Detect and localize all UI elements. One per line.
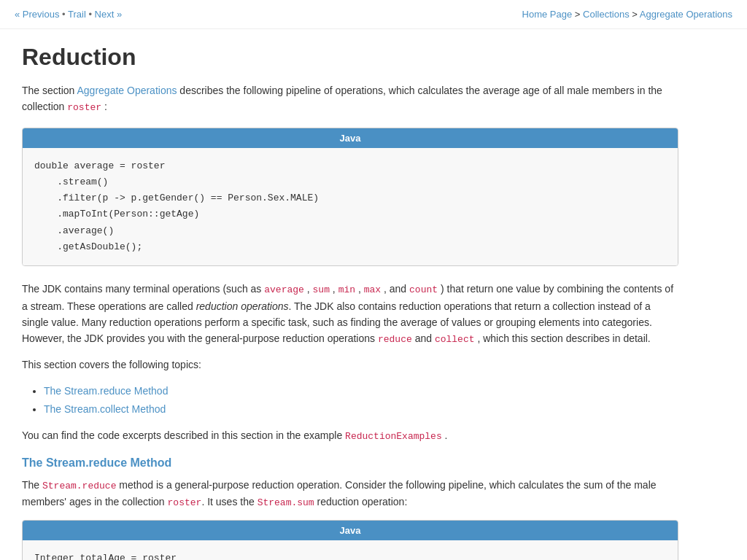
code-line-2: .stream() — [34, 174, 666, 190]
intro-text-before: The section — [22, 85, 77, 96]
paragraph-topics: This section covers the following topics… — [22, 357, 678, 373]
page-title: Reduction — [22, 44, 678, 71]
nav-separator-dot2: • — [88, 9, 92, 20]
code-block-2-body: Integer totalAge = roster .stream() .map… — [23, 540, 678, 560]
paragraph-jdk: The JDK contains many terminal operation… — [22, 281, 678, 348]
intro-colon: : — [101, 101, 107, 112]
aggregate-ops-inline-link[interactable]: Aggregate Operations — [77, 85, 177, 96]
excerpts-text-before: You can find the code excerpts described… — [22, 429, 345, 441]
roster-code-inline: roster — [67, 102, 101, 113]
section-intro-end-after: reduction operation: — [314, 496, 408, 508]
list-item-reduce: The Stream.reduce Method — [44, 382, 678, 400]
reduction-ops-em: reduction operations — [196, 300, 289, 312]
roster-code-2: roster — [168, 497, 202, 508]
list-item-collect: The Stream.collect Method — [44, 400, 678, 419]
navigation-bar: « Previous • Trail • Next » Home Page > … — [0, 0, 747, 29]
topics-list: The Stream.reduce Method The Stream.coll… — [44, 382, 678, 419]
section-intro-before: The — [22, 479, 42, 491]
stream-reduce-code-inline: Stream.reduce — [42, 481, 116, 491]
stream-reduce-heading: The Stream.reduce Method — [22, 456, 678, 470]
paragraph-code-excerpts: You can find the code excerpts described… — [22, 427, 678, 445]
code-line-6: .getAsDouble(); — [34, 239, 666, 255]
code-block-2: Java Integer totalAge = roster .stream()… — [22, 520, 678, 560]
code-reduce-inline: reduce — [378, 334, 412, 345]
nav-arrow-2: > — [632, 9, 640, 20]
code-block-1: Java double average = roster .stream() .… — [22, 128, 678, 266]
nav-right: Home Page > Collections > Aggregate Oper… — [522, 9, 732, 20]
trail-link[interactable]: Trail — [68, 9, 86, 20]
code-block-2-header: Java — [23, 521, 678, 540]
intro-paragraph: The section Aggregate Operations describ… — [22, 82, 678, 116]
code-line-3: .filter(p -> p.getGender() == Person.Sex… — [34, 190, 666, 206]
code-line-1: double average = roster — [34, 158, 666, 174]
section-intro-end-before: . It uses the — [201, 496, 257, 508]
code-line-5: .average() — [34, 223, 666, 239]
previous-link[interactable]: « Previous — [15, 9, 59, 20]
nav-arrow-1: > — [575, 9, 583, 20]
reduce-method-link[interactable]: The Stream.reduce Method — [44, 385, 168, 397]
code-max: max — [364, 284, 381, 295]
code-block-1-body: double average = roster .stream() .filte… — [23, 148, 678, 265]
next-link[interactable]: Next » — [95, 9, 123, 20]
nav-left: « Previous • Trail • Next » — [15, 9, 122, 20]
code-collect-inline: collect — [435, 334, 475, 345]
code-line-4: .mapToInt(Person::getAge) — [34, 206, 666, 222]
reduction-examples-code: ReductionExamples — [345, 431, 442, 442]
collections-link[interactable]: Collections — [583, 9, 630, 20]
stream-sum-code: Stream.sum — [258, 497, 314, 508]
aggregate-ops-link[interactable]: Aggregate Operations — [640, 9, 732, 20]
code-sum: sum — [313, 284, 330, 295]
collect-method-link[interactable]: The Stream.collect Method — [44, 403, 166, 415]
code-block-1-header: Java — [23, 128, 678, 148]
nav-separator-dot: • — [62, 9, 66, 20]
code2-line-1: Integer totalAge = roster — [34, 551, 666, 560]
code-min: min — [338, 284, 355, 295]
main-content: Reduction The section Aggregate Operatio… — [0, 29, 700, 560]
code-average: average — [264, 284, 304, 295]
stream-reduce-intro: The Stream.reduce method is a general-pu… — [22, 477, 678, 512]
excerpts-text-after: . — [442, 429, 448, 441]
home-page-link[interactable]: Home Page — [522, 9, 573, 20]
code-count: count — [409, 284, 438, 295]
